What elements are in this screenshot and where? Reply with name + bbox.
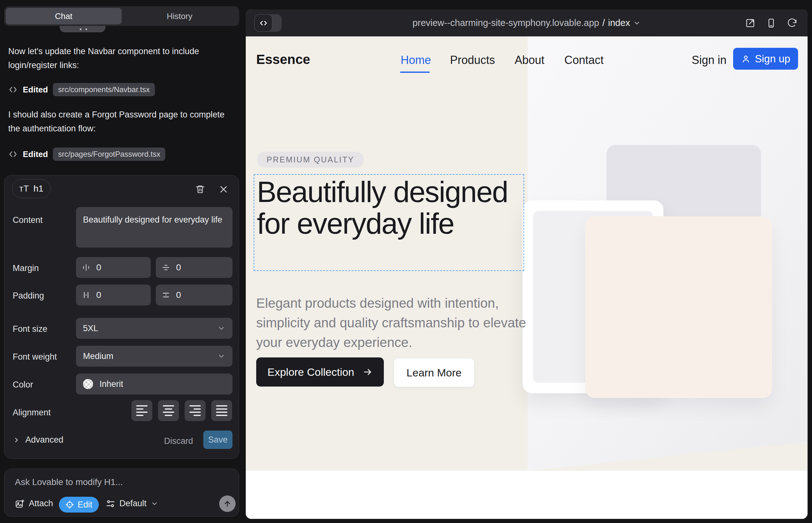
padding-x-input[interactable]: 0	[76, 285, 151, 306]
arrow-right-icon	[363, 367, 373, 377]
preview-toolbar: preview--charming-site-symphony.lovable.…	[246, 10, 808, 36]
url-separator: /	[602, 18, 605, 28]
user-icon	[741, 54, 751, 64]
tab-history[interactable]: History	[122, 8, 237, 24]
attach-image-icon	[15, 499, 24, 508]
edited-label: Edited	[23, 149, 48, 159]
close-editor-button[interactable]	[217, 183, 230, 196]
refresh-icon	[787, 18, 797, 29]
tab-chat[interactable]: Chat	[6, 8, 122, 24]
code-icon	[8, 85, 18, 94]
nav-link-contact[interactable]: Contact	[564, 54, 604, 67]
chat-history-tabbar: Chat History	[4, 6, 239, 26]
padding-y-input[interactable]: 0	[156, 285, 232, 306]
composer-input[interactable]: Ask Lovable to modify H1...	[15, 477, 123, 487]
margin-y-input[interactable]: 0	[156, 257, 232, 278]
code-preview-toggle[interactable]	[254, 14, 282, 32]
text-type-icon: тT	[19, 184, 29, 194]
align-left-icon	[136, 405, 147, 407]
save-button[interactable]: Save	[203, 431, 232, 449]
arrow-up-icon	[223, 499, 232, 508]
delete-element-button[interactable]	[194, 183, 207, 196]
code-icon	[254, 14, 272, 32]
nav-active-indicator	[400, 72, 430, 73]
code-icon	[8, 149, 18, 159]
decor-card-cream	[585, 216, 772, 398]
content-label: Content	[13, 215, 43, 225]
padding-y-icon	[161, 291, 170, 300]
align-right-icon	[189, 405, 201, 407]
send-button[interactable]	[219, 495, 236, 512]
refresh-button[interactable]	[787, 18, 797, 29]
chevron-down-icon	[217, 352, 226, 360]
edited-file-row: Edited src/pages/ForgotPassword.tsx	[8, 147, 165, 161]
align-center-button[interactable]	[158, 400, 179, 421]
close-icon	[219, 184, 228, 194]
premium-quality-badge: PREMIUM QUALITY	[257, 152, 364, 167]
element-tag: h1	[34, 184, 43, 194]
url-breadcrumb[interactable]: preview--charming-site-symphony.lovable.…	[413, 18, 641, 28]
preview-pane: preview--charming-site-symphony.lovable.…	[246, 10, 808, 519]
selection-outline: Beautifully designed for everyday life	[254, 174, 524, 271]
align-right-button[interactable]	[184, 400, 206, 421]
chat-message: I should also create a Forgot Password p…	[8, 108, 227, 136]
file-chip[interactable]: src/pages/ForgotPassword.tsx	[53, 147, 165, 161]
content-input[interactable]: Beautifully designed for everyday life	[76, 207, 232, 248]
chat-composer: Ask Lovable to modify H1... Attach Edit …	[4, 469, 239, 517]
edited-label: Edited	[23, 85, 48, 95]
chat-message: Now let's update the Navbar component to…	[8, 44, 227, 72]
chevron-down-icon	[633, 19, 641, 27]
align-left-button[interactable]	[131, 400, 152, 421]
learn-more-button[interactable]: Learn More	[394, 358, 474, 387]
padding-x-icon	[82, 291, 91, 300]
site-canvas: Essence Home Products About Contact Sign…	[246, 36, 808, 519]
model-selector[interactable]: Default	[106, 499, 158, 508]
hero-headline[interactable]: Beautifully designed for everyday life	[254, 175, 524, 239]
margin-x-icon	[82, 263, 91, 272]
margin-y-icon	[161, 263, 170, 272]
edit-mode-button[interactable]: Edit	[59, 497, 99, 512]
site-logo[interactable]: Essence	[256, 52, 310, 67]
advanced-toggle[interactable]: Advanced	[13, 435, 63, 445]
align-justify-button[interactable]	[211, 400, 232, 421]
font-size-label: Font size	[13, 324, 48, 334]
file-chip[interactable]: src/components/Navbar.tsx	[53, 83, 155, 96]
color-swatch	[83, 379, 93, 389]
margin-label: Margin	[13, 264, 39, 273]
element-editor-panel: тT h1 Content Beautifully designed for e…	[4, 175, 239, 459]
color-select[interactable]: Inherit	[76, 374, 232, 395]
nav-link-about[interactable]: About	[515, 54, 544, 67]
explore-collection-button[interactable]: Explore Collection	[256, 357, 384, 386]
align-center-icon	[163, 405, 174, 407]
discard-button[interactable]: Discard	[164, 436, 193, 446]
element-tag-badge[interactable]: тT h1	[12, 179, 51, 198]
hero-subtext[interactable]: Elegant products designed with intention…	[256, 293, 544, 353]
url-host: preview--charming-site-symphony.lovable.…	[413, 18, 599, 28]
alignment-label: Alignment	[13, 408, 51, 418]
chevron-right-icon	[13, 436, 20, 444]
chevron-down-icon	[151, 500, 158, 507]
sign-up-button[interactable]: Sign up	[733, 48, 798, 70]
url-page: index	[608, 18, 630, 28]
crosshair-icon	[65, 500, 74, 509]
smartphone-icon	[766, 18, 777, 29]
sign-in-link[interactable]: Sign in	[692, 54, 726, 67]
align-justify-icon	[216, 405, 227, 407]
mobile-view-button[interactable]	[766, 18, 777, 29]
margin-x-input[interactable]: 0	[76, 257, 151, 278]
edited-file-row: Edited src/components/Navbar.tsx	[8, 82, 155, 97]
padding-label: Padding	[13, 291, 44, 301]
chevron-down-icon	[217, 324, 226, 332]
trash-icon	[195, 184, 205, 194]
font-size-select[interactable]: 5XL	[76, 318, 232, 339]
nav-link-home[interactable]: Home	[401, 54, 431, 67]
sliders-icon	[106, 499, 115, 508]
attach-button[interactable]: Attach	[15, 499, 53, 508]
font-weight-label: Font weight	[13, 352, 57, 362]
external-link-icon	[745, 18, 756, 29]
open-external-button[interactable]	[745, 18, 756, 29]
next-section	[246, 471, 808, 519]
font-weight-select[interactable]: Medium	[76, 346, 232, 366]
color-label: Color	[13, 380, 33, 390]
nav-link-products[interactable]: Products	[450, 54, 495, 67]
